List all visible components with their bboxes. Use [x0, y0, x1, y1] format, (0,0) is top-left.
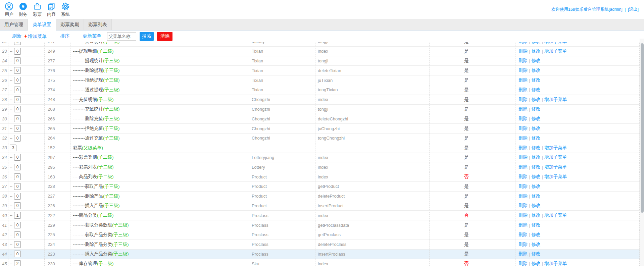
nav-item-lottery[interactable]: 彩票	[30, 2, 44, 17]
edit-link[interactable]: 修改	[532, 183, 541, 190]
delete-link[interactable]: 删除	[518, 154, 528, 160]
add-submenu-link[interactable]: 增加子菜单	[544, 42, 567, 45]
edit-link[interactable]: 修改	[532, 125, 541, 131]
delete-link[interactable]: 删除	[518, 135, 528, 141]
edit-link[interactable]: 修改	[532, 242, 541, 248]
add-submenu-link[interactable]: 增加子菜单	[544, 48, 567, 54]
sort-link[interactable]: 排序	[60, 33, 69, 39]
edit-link[interactable]: 修改	[532, 251, 541, 257]
delete-link[interactable]: 删除	[518, 106, 528, 112]
delete-link[interactable]: 删除	[518, 145, 528, 151]
delete-link[interactable]: 删除	[518, 116, 528, 122]
delete-link[interactable]: 删除	[518, 183, 528, 190]
delete-link[interactable]: 删除	[518, 174, 528, 180]
edit-link[interactable]: 修改	[532, 164, 541, 170]
sort-input[interactable]	[14, 173, 21, 180]
edit-link[interactable]: 修改	[532, 42, 541, 45]
delete-link[interactable]: 删除	[518, 212, 528, 218]
edit-link[interactable]: 修改	[532, 77, 541, 83]
add-submenu-link[interactable]: 增加子菜单	[544, 174, 567, 180]
sort-input[interactable]	[14, 106, 21, 112]
sort-input[interactable]	[14, 183, 21, 190]
sort-input[interactable]	[14, 57, 21, 64]
delete-link[interactable]: 删除	[518, 222, 528, 228]
sort-input[interactable]	[14, 154, 21, 161]
clear-button[interactable]: 清除	[157, 32, 172, 41]
scrollbar-thumb[interactable]	[641, 43, 644, 213]
edit-link[interactable]: 修改	[532, 58, 541, 64]
add-submenu-link[interactable]: 增加子菜单	[544, 212, 567, 218]
add-submenu-link[interactable]: 增加子菜单	[544, 145, 567, 151]
tab-lottery-list[interactable]: 彩票列表	[84, 19, 112, 30]
sort-input[interactable]	[14, 241, 21, 248]
edit-link[interactable]: 修改	[532, 203, 541, 209]
add-submenu-link[interactable]: 增加子菜单	[544, 97, 567, 103]
sort-input[interactable]	[14, 164, 21, 170]
sort-input[interactable]	[14, 125, 21, 132]
refresh-link[interactable]: 刷新	[12, 33, 21, 39]
add-submenu-link[interactable]: 增加子菜单	[544, 261, 567, 266]
edit-link[interactable]: 修改	[532, 261, 541, 266]
edit-link[interactable]: 修改	[532, 212, 541, 218]
sort-input[interactable]	[14, 96, 21, 103]
search-button[interactable]: 搜索	[140, 32, 154, 41]
sort-input[interactable]	[14, 202, 21, 209]
sort-input[interactable]	[14, 212, 21, 219]
nav-item-finance[interactable]: ¥ 财务	[16, 2, 30, 17]
sort-input[interactable]	[10, 145, 16, 151]
edit-link[interactable]: 修改	[532, 87, 541, 93]
delete-link[interactable]: 删除	[518, 164, 528, 170]
sort-input[interactable]	[14, 251, 21, 257]
tab-user-management[interactable]: 用户管理	[0, 19, 28, 30]
edit-link[interactable]: 修改	[532, 154, 541, 160]
delete-link[interactable]: 删除	[518, 67, 528, 73]
edit-link[interactable]: 修改	[532, 67, 541, 73]
nav-item-system[interactable]: 系统	[58, 2, 72, 17]
nav-item-content[interactable]: 内容	[44, 2, 58, 17]
delete-link[interactable]: 删除	[518, 232, 528, 238]
sort-input[interactable]	[14, 260, 21, 266]
sort-input[interactable]	[14, 42, 21, 45]
tab-menu-settings[interactable]: 菜单设置	[28, 19, 56, 31]
delete-link[interactable]: 删除	[518, 242, 528, 248]
sort-input[interactable]	[14, 77, 21, 84]
delete-link[interactable]: 删除	[518, 125, 528, 131]
sort-input[interactable]	[14, 48, 21, 55]
logout-link[interactable]: [退出]	[628, 7, 639, 12]
tab-lottery-period[interactable]: 彩票奖期	[56, 19, 84, 30]
edit-link[interactable]: 修改	[532, 174, 541, 180]
vertical-scrollbar[interactable]	[640, 39, 644, 266]
edit-link[interactable]: 修改	[532, 97, 541, 103]
edit-link[interactable]: 修改	[532, 116, 541, 122]
sort-input[interactable]	[14, 222, 21, 228]
nav-item-user[interactable]: 用户	[2, 2, 16, 17]
delete-link[interactable]: 删除	[518, 261, 528, 266]
edit-link[interactable]: 修改	[532, 48, 541, 54]
edit-link[interactable]: 修改	[532, 135, 541, 141]
edit-link[interactable]: 修改	[532, 232, 541, 238]
delete-link[interactable]: 删除	[518, 87, 528, 93]
parent-menu-name-input[interactable]	[107, 32, 136, 41]
delete-link[interactable]: 删除	[518, 251, 528, 257]
add-menu-link[interactable]: +增加菜单	[24, 33, 47, 40]
edit-link[interactable]: 修改	[532, 222, 541, 228]
edit-link[interactable]: 修改	[532, 106, 541, 112]
add-submenu-link[interactable]: 增加子菜单	[544, 154, 567, 160]
sort-input[interactable]	[14, 115, 21, 122]
add-submenu-link[interactable]: 增加子菜单	[544, 164, 567, 170]
sort-input[interactable]	[14, 193, 21, 200]
sort-input[interactable]	[14, 67, 21, 74]
delete-link[interactable]: 删除	[518, 77, 528, 83]
sort-input[interactable]	[14, 231, 21, 238]
sort-input[interactable]	[14, 135, 21, 142]
delete-link[interactable]: 删除	[518, 58, 528, 64]
delete-link[interactable]: 删除	[518, 193, 528, 199]
delete-link[interactable]: 删除	[518, 48, 528, 54]
update-menu-link[interactable]: 更新菜单	[83, 33, 101, 39]
edit-link[interactable]: 修改	[532, 193, 541, 199]
delete-link[interactable]: 删除	[518, 42, 528, 45]
delete-link[interactable]: 删除	[518, 97, 528, 103]
edit-link[interactable]: 修改	[532, 145, 541, 151]
delete-link[interactable]: 删除	[518, 203, 528, 209]
sort-input[interactable]	[14, 87, 21, 93]
